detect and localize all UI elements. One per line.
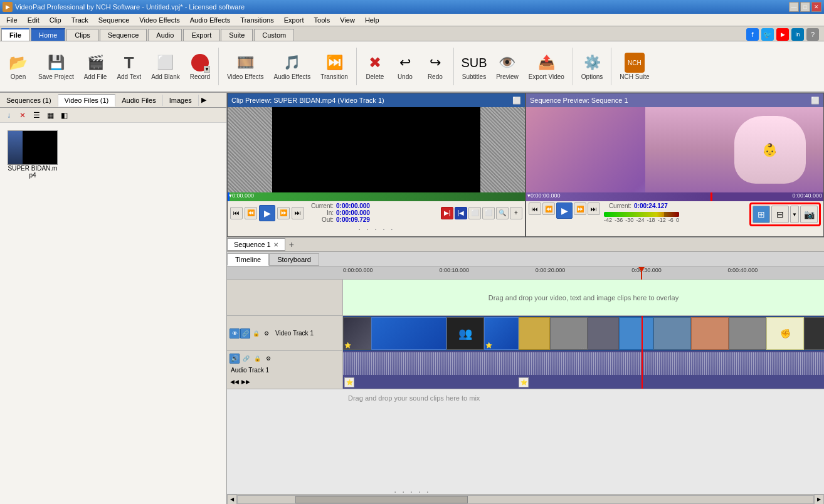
seq-step-forward[interactable]: ⏩ <box>574 202 586 215</box>
audio-track-settings[interactable]: ⚙ <box>263 354 273 364</box>
seq-split-view-btn-2[interactable]: ⊟ <box>771 206 789 223</box>
tab-clips[interactable]: Clips <box>66 29 98 41</box>
seq-play[interactable]: ▶ <box>556 202 573 219</box>
menu-track[interactable]: Track <box>66 15 93 25</box>
preview-button[interactable]: 👁️ Preview <box>492 51 523 82</box>
scroll-track[interactable] <box>237 495 814 504</box>
options-button[interactable]: ⚙️ Options <box>577 51 607 82</box>
add-text-button[interactable]: T Add Text <box>112 51 145 82</box>
menu-clip[interactable]: Clip <box>45 15 66 25</box>
clip-current-time[interactable]: 0:00:00.000 <box>336 202 370 209</box>
record-button[interactable]: ▼ Record <box>186 51 214 82</box>
export-video-button[interactable]: 📤 Export Video <box>524 51 569 82</box>
clip-1[interactable] <box>371 317 446 350</box>
delete-button[interactable]: ✖ Delete <box>361 51 389 82</box>
menu-sequence[interactable]: Sequence <box>93 15 135 25</box>
tab-video-files[interactable]: Video Files (1) <box>58 94 116 107</box>
clip-skip-end[interactable]: ⏭ <box>292 207 304 219</box>
open-button[interactable]: 📂 Open <box>4 51 33 82</box>
menu-video-effects[interactable]: Video Effects <box>134 15 184 25</box>
menu-tools[interactable]: Tools <box>309 15 335 25</box>
clip-3[interactable]: ⭐ <box>484 317 519 350</box>
clip-step-forward[interactable]: ⏩ <box>277 207 290 219</box>
seq-tab-add[interactable]: + <box>285 238 298 251</box>
close-button[interactable]: ✕ <box>811 2 821 12</box>
lib-grid-view-btn[interactable]: ▦ <box>44 110 56 121</box>
audio-vol-up[interactable]: ▶▶ <box>241 377 251 387</box>
minimize-button[interactable]: — <box>789 2 799 12</box>
overlay-track-content[interactable]: Drag and drop your video, text and image… <box>343 280 824 315</box>
clip-step-back[interactable]: ⏪ <box>245 207 257 219</box>
seq-split-view-btn[interactable]: ⊞ <box>753 206 770 223</box>
window-controls[interactable]: — □ ✕ <box>789 2 821 12</box>
clip-4[interactable] <box>519 317 550 350</box>
clip-in-time[interactable]: 0:00:00.000 <box>336 209 370 216</box>
clip-zoom-out[interactable]: 🔍 <box>496 207 509 219</box>
audio-vol-down[interactable]: ◀◀ <box>230 377 240 387</box>
video-track-content[interactable]: ⭐ 👥 ⭐ <box>343 316 824 351</box>
twitter-icon[interactable]: 🐦 <box>761 28 774 41</box>
facebook-icon[interactable]: f <box>746 28 759 41</box>
seq-current-time[interactable]: 0:00:24.127 <box>634 202 668 209</box>
menu-export[interactable]: Export <box>279 15 309 25</box>
tab-sequences[interactable]: Sequences (1) <box>0 95 58 106</box>
clip-split-left[interactable]: ⬜ <box>468 207 481 219</box>
clip-7[interactable] <box>619 317 653 350</box>
clip-timeline-bar[interactable]: ▾0:00.000 <box>228 192 525 201</box>
media-thumbnail[interactable]: SUPER BIDAN.mp4 <box>8 130 58 179</box>
lib-detail-view-btn[interactable]: ◧ <box>58 110 70 121</box>
video-track-settings[interactable]: ⚙ <box>261 328 272 339</box>
help-icon[interactable]: ? <box>806 28 819 41</box>
sequence-tab-1[interactable]: Sequence 1 ✕ <box>227 238 285 251</box>
seq-timeline-bar[interactable]: ▾0:00:00.000 0:00:40.000 <box>526 192 823 201</box>
nch-suite-button[interactable]: NCH NCH Suite <box>615 51 653 82</box>
add-file-button[interactable]: 🎬 Add File <box>80 51 112 82</box>
audio-track-unmute[interactable]: 🔊 <box>230 354 240 364</box>
clip-mark-in[interactable]: ▶| <box>441 207 453 219</box>
seq-preview-maximize[interactable]: ⬜ <box>811 97 820 105</box>
tab-export[interactable]: Export <box>183 29 219 41</box>
clip-9[interactable] <box>691 317 729 350</box>
clip-11[interactable]: ✊ <box>766 317 804 350</box>
clip-play[interactable]: ▶ <box>259 205 275 221</box>
clip-0[interactable]: ⭐ <box>343 317 371 350</box>
tab-images[interactable]: Images <box>163 95 199 106</box>
seq-dropdown-btn[interactable]: ▼ <box>790 206 799 223</box>
clip-preview-maximize[interactable]: ⬜ <box>512 97 521 105</box>
menu-file[interactable]: File <box>1 15 23 25</box>
seq-tab-close[interactable]: ✕ <box>273 241 278 248</box>
menu-help[interactable]: Help <box>360 15 384 25</box>
clip-zoom-in[interactable]: + <box>510 207 522 219</box>
tab-home[interactable]: Home <box>31 28 65 41</box>
clip-out-time[interactable]: 0:00:09.729 <box>336 216 370 223</box>
scroll-left-arrow[interactable]: ◀ <box>227 495 237 505</box>
video-effects-button[interactable]: 🎞️ Video Effects <box>223 51 268 82</box>
seq-camera-btn[interactable]: 📷 <box>800 206 818 223</box>
audio-track-link[interactable]: 🔗 <box>241 354 251 364</box>
tab-sequence[interactable]: Sequence <box>100 29 147 41</box>
lib-delete-btn[interactable]: ✕ <box>16 110 29 121</box>
clip-8[interactable] <box>653 317 691 350</box>
tab-storyboard[interactable]: Storyboard <box>269 253 319 266</box>
video-track-lock[interactable]: 🔒 <box>251 328 261 339</box>
tab-audio[interactable]: Audio <box>148 29 182 41</box>
menu-audio-effects[interactable]: Audio Effects <box>185 15 236 25</box>
audio-track-lock[interactable]: 🔒 <box>252 354 262 364</box>
clip-5[interactable] <box>550 317 588 350</box>
audio-track-content[interactable]: ⭐ ⭐ <box>343 351 824 389</box>
video-track-link[interactable]: 🔗 <box>240 328 250 339</box>
undo-button[interactable]: ↩ Undo <box>391 51 420 82</box>
add-blank-button[interactable]: ⬜ Add Blank <box>147 51 184 82</box>
transition-button[interactable]: ⏭️ Transition <box>316 51 352 82</box>
seq-skip-start[interactable]: ⏮ <box>529 202 541 215</box>
tab-suite[interactable]: Suite <box>221 29 253 41</box>
seq-skip-end[interactable]: ⏭ <box>588 202 600 215</box>
save-project-button[interactable]: 💾 Save Project <box>34 51 78 82</box>
clip-2[interactable]: 👥 <box>446 317 484 350</box>
clip-split-right[interactable]: ⬜ <box>482 207 495 219</box>
tab-timeline[interactable]: Timeline <box>227 253 269 266</box>
tab-custom[interactable]: Custom <box>254 29 294 41</box>
menu-view[interactable]: View <box>335 15 360 25</box>
lib-download-btn[interactable]: ↓ <box>3 110 15 121</box>
clip-skip-start[interactable]: ⏮ <box>230 207 243 219</box>
